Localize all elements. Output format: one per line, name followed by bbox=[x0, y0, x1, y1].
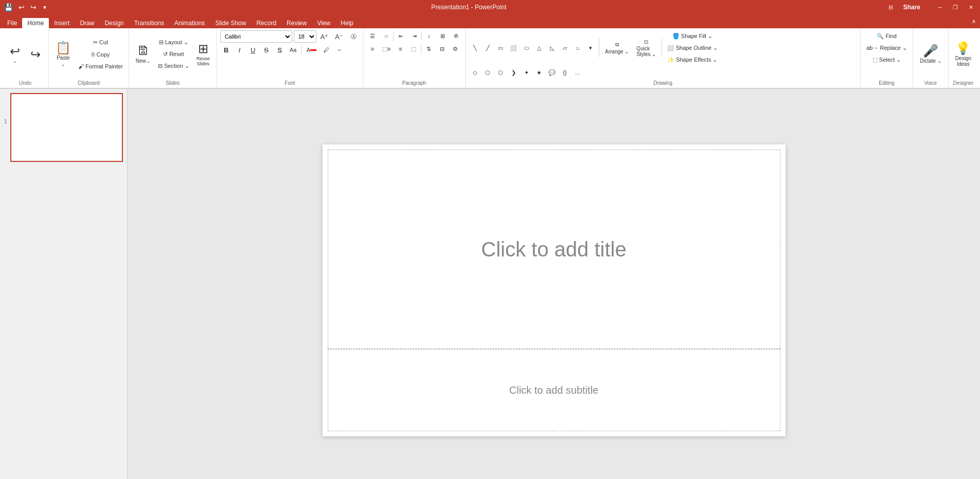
quick-styles-button[interactable]: ⊡ QuickStyles ⌄ bbox=[633, 36, 660, 60]
copy-button[interactable]: ⎘ Copy bbox=[76, 49, 126, 60]
change-case-button[interactable]: Aa bbox=[287, 44, 299, 56]
design-ideas-button[interactable]: 💡 DesignIdeas bbox=[952, 40, 975, 69]
redo-button[interactable]: ↪ bbox=[26, 46, 45, 63]
quick-access-toolbar: 💾 ↩ ↪ ▼ bbox=[2, 2, 49, 12]
shape-callout[interactable]: 💬 bbox=[546, 67, 558, 78]
decrease-font-button[interactable]: A⁻ bbox=[332, 31, 346, 42]
subtitle-placeholder[interactable]: Click to add subtitle bbox=[328, 349, 780, 431]
align-right-button[interactable]: ≡ bbox=[394, 43, 406, 54]
title-placeholder[interactable]: Click to add title bbox=[328, 150, 780, 349]
decrease-indent-button[interactable]: ⇤ bbox=[395, 30, 407, 42]
menu-file[interactable]: File bbox=[2, 18, 22, 28]
undo-button[interactable]: ↩ ⌄ bbox=[5, 43, 25, 66]
bullets-button[interactable]: ☰ bbox=[366, 30, 379, 42]
align-text-button[interactable]: ⊟ bbox=[436, 43, 448, 54]
select-shape[interactable]: ╲ bbox=[469, 42, 481, 53]
menu-review[interactable]: Review bbox=[281, 18, 312, 28]
share-button[interactable]: Share bbox=[897, 2, 926, 13]
line-spacing-button[interactable]: ↕ bbox=[423, 30, 435, 42]
increase-font-button[interactable]: A⁺ bbox=[318, 31, 331, 42]
ribbon-collapse-button[interactable]: ∧ bbox=[972, 18, 976, 25]
increase-indent-button[interactable]: ⇥ bbox=[408, 30, 420, 42]
strikethrough-button[interactable]: S bbox=[260, 44, 273, 56]
redo-button[interactable]: ↪ bbox=[28, 2, 39, 12]
numbering-button[interactable]: ⑁ bbox=[380, 30, 392, 42]
bold-button[interactable]: B bbox=[220, 44, 233, 56]
menu-help[interactable]: Help bbox=[335, 18, 359, 28]
format-painter-button[interactable]: 🖌 Format Painter bbox=[76, 61, 126, 72]
menu-draw[interactable]: Draw bbox=[75, 18, 99, 28]
dictate-icon: 🎤 bbox=[923, 45, 938, 57]
shape-effects-button[interactable]: ✨ Shape Effects ⌄ bbox=[664, 54, 720, 65]
font-color-button[interactable]: A bbox=[304, 44, 319, 56]
menu-view[interactable]: View bbox=[312, 18, 335, 28]
shape-pentagon[interactable]: ⬠ bbox=[482, 67, 494, 78]
paste-icon: 📋 bbox=[56, 42, 71, 54]
slide-number-1: 1 bbox=[4, 119, 7, 124]
shape-bracket[interactable]: {} bbox=[559, 67, 571, 78]
qat-dropdown[interactable]: ▼ bbox=[40, 4, 49, 11]
ribbon-display-button[interactable]: ⊟ bbox=[888, 4, 893, 11]
underline-button[interactable]: U bbox=[247, 44, 259, 56]
slide-list-item-1: 1 bbox=[4, 93, 123, 162]
round-rect-shape[interactable]: ⬜ bbox=[507, 42, 520, 53]
shape-star5[interactable]: ★ bbox=[533, 67, 545, 78]
text-direction-button[interactable]: ⇅ bbox=[422, 43, 435, 54]
font-group-label: Font bbox=[284, 78, 295, 87]
shape-diamond[interactable]: ◇ bbox=[469, 67, 481, 78]
menu-transitions[interactable]: Transitions bbox=[129, 18, 169, 28]
shape-star4[interactable]: ✦ bbox=[520, 67, 532, 78]
menu-record[interactable]: Record bbox=[251, 18, 281, 28]
arrange-button[interactable]: ⧉ Arrange ⌄ bbox=[601, 39, 632, 57]
restore-button[interactable]: ❐ bbox=[948, 2, 963, 12]
new-slide-button[interactable]: 🖺 New ⌄ bbox=[132, 42, 154, 66]
right-triangle-shape[interactable]: ◺ bbox=[546, 42, 558, 53]
paste-button[interactable]: 📋 Paste ⌄ bbox=[52, 39, 75, 69]
shape-outline-button[interactable]: ⬜ Shape Outline ⌄ bbox=[664, 42, 720, 53]
columns-button[interactable]: ⊞ bbox=[436, 30, 449, 42]
italic-button[interactable]: I bbox=[234, 44, 246, 56]
find-button[interactable]: 🔍 Find bbox=[864, 30, 910, 42]
save-button[interactable]: 💾 bbox=[2, 2, 15, 12]
char-spacing-button[interactable]: ↔ bbox=[333, 44, 346, 56]
close-button[interactable]: ✕ bbox=[964, 2, 978, 12]
more-shapes-button[interactable]: ▾ bbox=[584, 42, 597, 53]
font-family-dropdown[interactable]: Calibri bbox=[220, 30, 292, 43]
shape-fill-button[interactable]: 🪣 Shape Fill ⌄ bbox=[664, 30, 720, 42]
replace-button[interactable]: ab→ Replace ⌄ bbox=[864, 42, 910, 53]
section-button[interactable]: ⊟ Section ⌄ bbox=[155, 61, 192, 72]
text-shadow-button[interactable]: S bbox=[274, 44, 286, 56]
highlight-button[interactable]: 🖊 bbox=[320, 44, 332, 56]
minimize-button[interactable]: ─ bbox=[933, 2, 947, 12]
clear-formatting-button[interactable]: Ⓐ bbox=[347, 31, 360, 42]
convert-smartart-button[interactable]: ⚙ bbox=[449, 43, 461, 54]
shape-chevron[interactable]: ❯ bbox=[507, 67, 520, 78]
shape-hex[interactable]: ⬡ bbox=[494, 67, 507, 78]
parallelogram-shape[interactable]: ▱ bbox=[559, 42, 571, 53]
oval-shape[interactable]: ⬭ bbox=[520, 42, 532, 53]
trapezoid-shape[interactable]: ⏢ bbox=[572, 42, 584, 53]
justify-button[interactable]: ⬚ bbox=[407, 43, 420, 54]
align-left-button[interactable]: ≡ bbox=[366, 43, 379, 54]
line-shape[interactable]: ╱ bbox=[482, 42, 494, 53]
triangle-shape[interactable]: △ bbox=[533, 42, 545, 53]
slide-canvas[interactable]: Click to add title Click to add subtitle bbox=[323, 144, 786, 436]
cut-button[interactable]: ✂ Cut bbox=[76, 37, 126, 48]
reset-button[interactable]: ↺ Reset bbox=[155, 49, 192, 60]
menu-slideshow[interactable]: Slide Show bbox=[210, 18, 251, 28]
align-center-button[interactable]: ⬚≡ bbox=[380, 43, 393, 54]
slide-thumbnail-1[interactable] bbox=[10, 93, 123, 162]
dictate-button[interactable]: 🎤 Dictate ⌄ bbox=[916, 42, 945, 66]
select-button[interactable]: ⬚ Select ⌄ bbox=[864, 54, 910, 65]
menu-insert[interactable]: Insert bbox=[49, 18, 75, 28]
shape-more[interactable]: … bbox=[572, 67, 584, 78]
reuse-slides-button[interactable]: ⊞ ReuseSlides bbox=[193, 40, 213, 69]
rect-shape[interactable]: ▭ bbox=[494, 42, 507, 53]
menu-home[interactable]: Home bbox=[22, 18, 49, 28]
undo-button[interactable]: ↩ bbox=[16, 2, 27, 12]
smart-art-button[interactable]: ⟰ bbox=[450, 30, 462, 42]
menu-design[interactable]: Design bbox=[99, 18, 129, 28]
layout-button[interactable]: ⊟ Layout ⌄ bbox=[155, 37, 192, 48]
font-size-dropdown[interactable]: 18 bbox=[294, 30, 316, 43]
menu-animations[interactable]: Animations bbox=[169, 18, 210, 28]
